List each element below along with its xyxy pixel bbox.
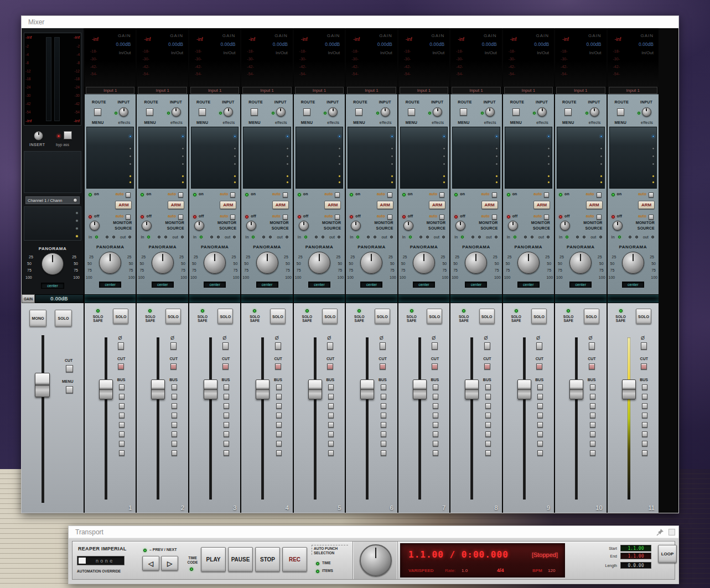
solo-safe-led[interactable] bbox=[305, 309, 309, 313]
bus-slot[interactable] bbox=[537, 384, 543, 390]
solo-button[interactable]: SOLO bbox=[217, 309, 233, 324]
input-knob[interactable] bbox=[433, 107, 442, 117]
gain-display[interactable] bbox=[346, 294, 397, 303]
pan-value[interactable]: center bbox=[99, 282, 121, 288]
master-gain-label[interactable]: GAIN bbox=[22, 294, 35, 303]
monitor-off-led[interactable] bbox=[507, 215, 510, 218]
pan-knob[interactable] bbox=[152, 252, 174, 274]
bus-slot[interactable] bbox=[642, 394, 647, 399]
gain-value[interactable]: 0.00dB bbox=[325, 41, 340, 47]
monitor-source-knob[interactable] bbox=[351, 221, 361, 231]
bypass-button[interactable] bbox=[64, 131, 72, 139]
monitor-off-led[interactable] bbox=[245, 215, 248, 218]
monitor-off-led[interactable] bbox=[402, 215, 406, 218]
bus-slot[interactable] bbox=[433, 441, 438, 446]
cut-button[interactable] bbox=[484, 363, 490, 370]
gain-value[interactable]: 0.00dB bbox=[220, 41, 235, 47]
fx-list[interactable] bbox=[296, 127, 343, 189]
cut-button[interactable] bbox=[641, 363, 647, 370]
input-source-label[interactable]: Input 1 bbox=[609, 87, 657, 94]
bus-slot[interactable] bbox=[590, 441, 595, 446]
bus-slot[interactable] bbox=[537, 450, 543, 456]
window-button[interactable] bbox=[668, 529, 675, 535]
bus-slot[interactable] bbox=[590, 403, 595, 409]
arm-button[interactable]: ARM bbox=[377, 201, 393, 209]
monitor-source-knob[interactable] bbox=[142, 221, 152, 231]
timesig-value[interactable]: 4/4 bbox=[497, 568, 504, 573]
effects-label[interactable]: effects bbox=[275, 121, 287, 124]
auto-button[interactable] bbox=[492, 192, 497, 197]
menu-label[interactable]: MENU bbox=[562, 121, 574, 124]
route-button[interactable] bbox=[199, 108, 206, 116]
route-button[interactable] bbox=[146, 108, 153, 116]
monitor-source-knob[interactable] bbox=[403, 221, 413, 231]
gain-display[interactable] bbox=[398, 294, 449, 303]
record-on-led[interactable] bbox=[193, 193, 196, 196]
bus-slot[interactable] bbox=[328, 450, 334, 456]
phase-button[interactable] bbox=[432, 342, 438, 350]
auto-button[interactable] bbox=[283, 192, 288, 197]
bus-slot[interactable] bbox=[433, 413, 438, 418]
solo-safe-led[interactable] bbox=[462, 309, 465, 313]
gain-display[interactable] bbox=[189, 294, 240, 303]
bus-slot[interactable] bbox=[590, 450, 595, 456]
arm-button[interactable]: ARM bbox=[429, 201, 445, 209]
master-gain-value[interactable]: 0.00dB bbox=[35, 294, 84, 303]
bus-slot[interactable] bbox=[381, 403, 386, 409]
effects-label[interactable]: effects bbox=[536, 121, 548, 124]
input-source-label[interactable]: Input 1 bbox=[295, 87, 344, 94]
position-display[interactable]: 1.1.00 / 0:00.000 [Stopped] VARISPEED Ra… bbox=[400, 543, 565, 577]
bus-slot[interactable] bbox=[172, 422, 177, 428]
fx-list[interactable] bbox=[452, 127, 500, 189]
input-source-label[interactable]: Input 1 bbox=[556, 87, 605, 94]
effects-label[interactable]: effects bbox=[432, 121, 444, 124]
route-button[interactable] bbox=[303, 108, 310, 116]
input-source-label[interactable]: Input 1 bbox=[504, 87, 553, 94]
bus-slot[interactable] bbox=[537, 422, 543, 428]
auto-button[interactable] bbox=[230, 192, 235, 197]
bus-slot[interactable] bbox=[276, 422, 282, 428]
solo-safe-led[interactable] bbox=[201, 309, 204, 313]
cut-button[interactable] bbox=[118, 363, 124, 370]
master-menu-button[interactable] bbox=[66, 386, 73, 393]
pan-value[interactable]: center bbox=[152, 282, 174, 288]
route-button[interactable] bbox=[617, 108, 624, 116]
record-button[interactable]: REC bbox=[282, 547, 307, 572]
fx-list[interactable] bbox=[557, 127, 604, 189]
phase-button[interactable] bbox=[536, 342, 542, 350]
bus-slot[interactable] bbox=[172, 431, 177, 437]
fader-handle[interactable] bbox=[569, 379, 583, 399]
fader-handle[interactable] bbox=[413, 379, 427, 399]
gain-display[interactable] bbox=[294, 294, 345, 303]
cut-button[interactable] bbox=[589, 363, 595, 370]
fader-handle[interactable] bbox=[360, 379, 374, 399]
cut-button[interactable] bbox=[327, 363, 333, 370]
record-on-led[interactable] bbox=[611, 193, 615, 196]
bus-slot[interactable] bbox=[328, 441, 334, 446]
pan-knob[interactable] bbox=[413, 252, 435, 274]
bus-slot[interactable] bbox=[381, 422, 386, 428]
bus-slot[interactable] bbox=[119, 441, 125, 446]
auto-button[interactable] bbox=[178, 192, 183, 197]
pan-knob[interactable] bbox=[622, 252, 644, 274]
route-button[interactable] bbox=[355, 108, 362, 116]
bus-slot[interactable] bbox=[537, 441, 543, 446]
route-button[interactable] bbox=[94, 108, 101, 116]
arm-button[interactable]: ARM bbox=[481, 201, 498, 209]
play-button[interactable]: PLAY bbox=[201, 547, 226, 572]
gain-value[interactable]: 0.00dB bbox=[168, 41, 183, 47]
bus-slot[interactable] bbox=[119, 431, 125, 437]
auto-button[interactable] bbox=[439, 192, 444, 197]
solo-safe-led[interactable] bbox=[515, 309, 518, 313]
bus-slot[interactable] bbox=[485, 384, 491, 390]
auto-button[interactable] bbox=[387, 192, 392, 197]
end-display[interactable]: 1.1.00 bbox=[620, 553, 651, 559]
solo-safe-led[interactable] bbox=[96, 309, 100, 313]
fader-track[interactable] bbox=[261, 337, 264, 499]
arm-button[interactable]: ARM bbox=[168, 201, 184, 209]
io-label[interactable]: In/Out bbox=[589, 50, 602, 55]
fx-list[interactable] bbox=[243, 127, 291, 189]
arm-button[interactable]: ARM bbox=[586, 201, 603, 209]
phase-button[interactable] bbox=[222, 342, 229, 350]
bus-slot[interactable] bbox=[590, 384, 595, 390]
